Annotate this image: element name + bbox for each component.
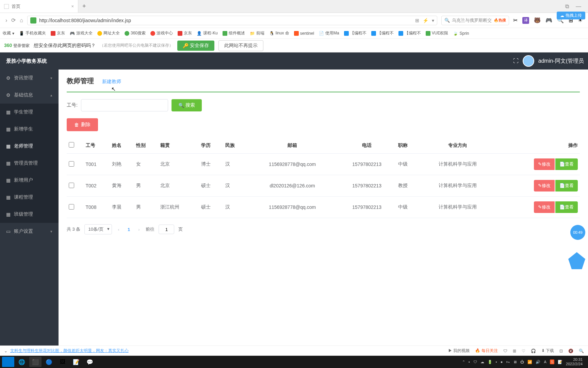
qr-icon[interactable]: ⊞ (415, 18, 419, 23)
pip-icon[interactable]: ⊡ (559, 349, 563, 353)
snip-icon[interactable]: ⊞ (513, 349, 516, 353)
view-button[interactable]: 📄查看 (555, 201, 578, 213)
collapse-icon[interactable]: ⌄ (4, 349, 7, 353)
bookmark-item[interactable]: VUE权限 (426, 30, 448, 36)
sidebar-item-add-student[interactable]: ▦新增学生 (0, 121, 59, 138)
lightning-icon[interactable]: ⚡ (423, 18, 428, 23)
daily-link[interactable]: 🔥 每日关注 (475, 348, 497, 354)
add-teacher-link[interactable]: 新建教师 (102, 79, 121, 85)
bookmark-item[interactable]: 👤课程-Ku (197, 30, 218, 36)
task-edge[interactable]: 🌐 (16, 357, 28, 367)
mute-icon[interactable]: 🔇 (568, 349, 573, 353)
view-button[interactable]: 📄查看 (555, 180, 578, 191)
edit-button[interactable]: ✎修改 (534, 158, 555, 170)
tray-nvidia-icon[interactable]: ▪ (469, 360, 470, 364)
task-ide[interactable]: ⬛ (29, 357, 42, 367)
upload-button[interactable]: ☁ 拖拽上传 (557, 12, 585, 19)
fullscreen-icon[interactable]: ⛶ (513, 58, 519, 64)
page-size-select[interactable]: 10条/页 ▾ (84, 224, 112, 234)
start-button[interactable] (2, 357, 14, 367)
view-button[interactable]: 📄查看 (555, 158, 578, 170)
tray-note-icon[interactable]: 📝 (558, 360, 562, 364)
bookmark-item[interactable]: 360搜索 (125, 30, 146, 36)
save-password-button[interactable]: 🔑 安全保存 (177, 41, 214, 51)
sidebar-item-course[interactable]: ▦课程管理 (0, 189, 59, 206)
goto-page-input[interactable] (159, 225, 174, 234)
select-all-checkbox[interactable] (69, 142, 74, 148)
delete-button[interactable]: 🗑 删除 (67, 118, 98, 131)
tray-shield-icon[interactable]: 🛡 (473, 360, 477, 364)
row-checkbox[interactable] (69, 204, 74, 210)
chevron-down-icon[interactable]: ▾ (432, 18, 434, 23)
task-app[interactable]: 🔵 (43, 357, 55, 367)
bookmark-item[interactable]: 组件概述 (223, 30, 245, 36)
home-icon[interactable]: ⌂ (20, 17, 23, 24)
minimize-icon[interactable]: — (576, 3, 581, 10)
bookmark-item[interactable]: 📁前端 (250, 30, 264, 36)
tray-volume-icon[interactable]: 🔊 (536, 360, 540, 364)
tray-power-icon[interactable]: ⏻ (520, 360, 524, 364)
bookmark-item[interactable]: 【编程不 (344, 30, 366, 36)
bookmark-item[interactable]: 【编程不 (371, 30, 394, 36)
search-button[interactable]: 🔍 搜索 (172, 99, 202, 111)
bookmark-item[interactable]: 📱手机收藏夹 (19, 30, 46, 36)
edit-button[interactable]: ✎修改 (534, 180, 555, 191)
current-page[interactable]: 1 (126, 227, 132, 232)
forward-icon[interactable]: › (5, 17, 7, 24)
sidebar-item-info[interactable]: ⚙ 资讯管理 ▾ (0, 70, 59, 87)
new-tab-button[interactable]: + (78, 3, 90, 10)
row-checkbox[interactable] (69, 183, 74, 188)
tray-cloud-icon[interactable]: ☁ (480, 360, 484, 364)
bookmark-item[interactable]: 网址大全 (97, 30, 120, 36)
tray-key-icon[interactable]: 🗝 (506, 360, 510, 364)
tray-ime-icon[interactable]: S (550, 359, 554, 364)
avatar[interactable] (523, 55, 534, 67)
sidebar-item-teacher[interactable]: ▦老师管理 (0, 138, 59, 155)
sidebar-item-student[interactable]: ▦学生管理 (0, 104, 59, 121)
bookmark-item[interactable]: 📄使用Ma (319, 30, 339, 36)
bookmark-item[interactable]: 🎮游戏大全 (70, 30, 93, 36)
scissors-icon[interactable]: ✂ (513, 17, 518, 24)
my-video-link[interactable]: ▶ 我的视频 (448, 348, 470, 354)
gamepad-icon[interactable]: 🎮 (545, 17, 552, 24)
bookmark-item[interactable]: 京东 (178, 30, 192, 36)
bookmark-item[interactable]: 京东 (51, 30, 65, 36)
tray-battery-icon[interactable]: 🔋 (488, 360, 492, 364)
bookmark-item[interactable]: 🍃Sprin (453, 31, 469, 36)
task-photos[interactable]: 🖼 (56, 357, 69, 367)
url-input[interactable]: http://localhost:8080/jiaowu/admin/index… (27, 16, 437, 25)
task-editor[interactable]: 📝 (70, 357, 82, 367)
news-headline[interactable]: 文科生与理科生班花对比图，颜值差距太明显，网友：真实又扎心 (10, 348, 129, 354)
tray-ime-a[interactable]: A (544, 360, 546, 364)
row-checkbox[interactable] (69, 161, 74, 167)
search-input[interactable] (81, 99, 168, 111)
sidebar-item-account[interactable]: ▭ 账户设置 ▾ (0, 223, 59, 240)
bookmark-item[interactable]: 游戏中心 (150, 30, 173, 36)
tray-wifi-icon[interactable]: 📶 (527, 360, 532, 364)
bookmark-item[interactable]: 🐧linux 命 (269, 30, 289, 36)
sidebar-item-base[interactable]: ⚙ 基础信息 ▴ (0, 87, 59, 104)
edit-button[interactable]: ✎修改 (534, 201, 555, 213)
download-link[interactable]: ⬇ 下载 (541, 348, 554, 354)
tray-360-icon[interactable]: ● (501, 360, 503, 364)
sidebar-item-class[interactable]: ▦班级管理 (0, 206, 59, 223)
tray-up-icon[interactable]: ⌃ (462, 360, 465, 364)
shield-icon[interactable]: 🛡 (503, 349, 507, 353)
translate-icon[interactable]: 译 (522, 17, 529, 24)
next-page-button[interactable]: › (136, 227, 142, 232)
task-wechat[interactable]: 💬 (84, 357, 96, 367)
browser-search[interactable]: 🔍 乌克兰与俄罗斯断交 🔥热搜 (441, 16, 509, 25)
browser-tab[interactable]: 首页 × (0, 0, 78, 13)
reload-icon[interactable]: ⟳ (11, 17, 16, 24)
tray-js-icon[interactable]: ▪ (496, 360, 497, 364)
recording-timer[interactable]: 00:49 (570, 225, 585, 240)
dismiss-password-button[interactable]: 此网站不再提示 (218, 40, 263, 51)
clock[interactable]: 20:31 2022/2/24 (566, 357, 583, 366)
prev-page-button[interactable]: ‹ (116, 227, 121, 232)
sidebar-item-admin[interactable]: ▦管理员管理 (0, 155, 59, 172)
zoom-icon[interactable]: 🔍 (579, 349, 584, 353)
music-icon[interactable]: 🎧 (531, 349, 536, 353)
tray-monitor-icon[interactable]: 🖥 (513, 360, 517, 364)
sidebar-toggle-icon[interactable]: ⧉ (565, 3, 569, 10)
sidebar-item-add-user[interactable]: ▦新增用户 (0, 172, 59, 189)
